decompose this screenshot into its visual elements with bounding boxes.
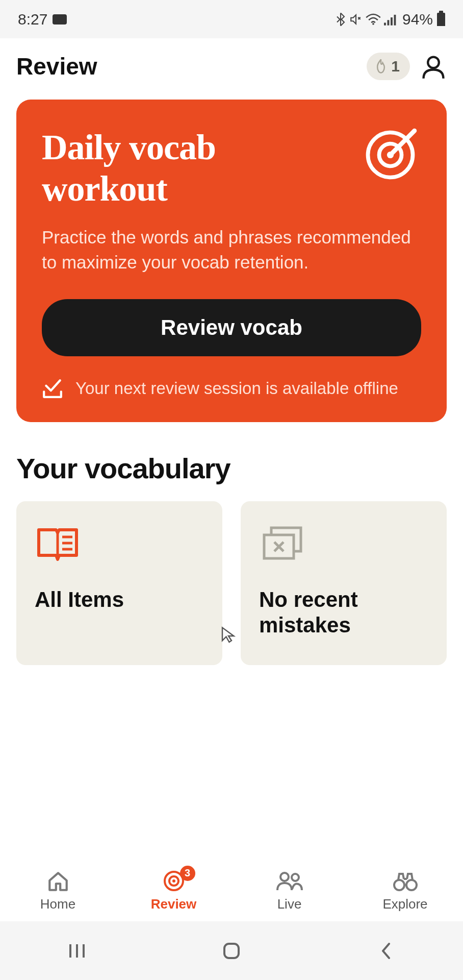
- bluetooth-icon: [335, 12, 346, 27]
- status-right: 94%: [335, 11, 445, 28]
- target-icon: [365, 124, 421, 180]
- camera-icon: [53, 14, 67, 24]
- nav-home[interactable]: Home: [12, 870, 104, 912]
- workout-title: Daily vocab workout: [42, 127, 216, 209]
- mute-icon: [349, 13, 363, 26]
- home-icon: [46, 870, 70, 892]
- bottom-nav: Home 3 Review Live: [0, 860, 463, 921]
- open-book-icon: [35, 524, 81, 565]
- nav-live-label: Live: [277, 896, 302, 912]
- nav-live[interactable]: Live: [244, 870, 336, 912]
- svg-rect-1: [384, 22, 386, 25]
- recent-apps-button[interactable]: [46, 938, 108, 964]
- all-items-label: All Items: [35, 587, 204, 612]
- svg-rect-4: [394, 14, 396, 25]
- workout-description: Practice the words and phrases recommend…: [42, 225, 421, 275]
- home-button[interactable]: [201, 938, 262, 964]
- review-vocab-button[interactable]: Review vocab: [42, 299, 421, 356]
- daily-workout-card: Daily vocab workout Practice the words a…: [16, 100, 447, 422]
- svg-rect-26: [224, 944, 239, 958]
- nav-review-label: Review: [151, 896, 197, 912]
- svg-point-0: [372, 22, 374, 24]
- nav-home-label: Home: [40, 896, 75, 912]
- vocab-cards: All Items No recent mistakes: [16, 501, 447, 665]
- app-header: Review 1: [0, 38, 463, 90]
- workout-title-line2: workout: [42, 168, 216, 210]
- svg-point-17: [172, 879, 175, 883]
- binoculars-icon: [392, 870, 419, 892]
- streak-badge[interactable]: 1: [367, 53, 410, 80]
- mistakes-card[interactable]: No recent mistakes: [241, 501, 447, 665]
- people-icon: [276, 870, 303, 892]
- nav-explore[interactable]: Explore: [359, 870, 451, 912]
- mistakes-label: No recent mistakes: [259, 587, 428, 639]
- svg-point-19: [292, 874, 299, 881]
- svg-point-18: [280, 873, 289, 881]
- all-items-card[interactable]: All Items: [16, 501, 222, 665]
- nav-explore-label: Explore: [382, 896, 427, 912]
- profile-icon[interactable]: [420, 53, 447, 80]
- offline-text: Your next review session is available of…: [75, 378, 398, 400]
- svg-point-20: [394, 880, 404, 890]
- battery-percentage: 94%: [402, 11, 433, 28]
- back-button[interactable]: [355, 938, 417, 964]
- header-right: 1: [367, 53, 447, 80]
- svg-rect-3: [391, 17, 393, 26]
- battery-icon: [437, 13, 445, 26]
- workout-title-line1: Daily vocab: [42, 127, 216, 168]
- nav-review-badge: 3: [180, 866, 195, 881]
- svg-rect-2: [387, 20, 389, 25]
- status-left: 8:27: [18, 11, 67, 28]
- streak-count: 1: [391, 58, 400, 75]
- page-title: Review: [16, 53, 97, 80]
- offline-row: Your next review session is available of…: [42, 378, 421, 400]
- flame-icon: [374, 58, 388, 75]
- cards-x-icon: [259, 524, 305, 565]
- svg-point-21: [406, 880, 417, 890]
- download-check-icon: [42, 378, 63, 399]
- status-time: 8:27: [18, 11, 47, 28]
- status-bar: 8:27 94%: [0, 0, 463, 38]
- vocabulary-heading: Your vocabulary: [16, 452, 447, 485]
- signal-icon: [384, 13, 397, 26]
- svg-point-5: [428, 57, 439, 68]
- system-nav: [0, 921, 463, 980]
- wifi-icon: [366, 13, 381, 26]
- nav-review[interactable]: 3 Review: [128, 870, 220, 912]
